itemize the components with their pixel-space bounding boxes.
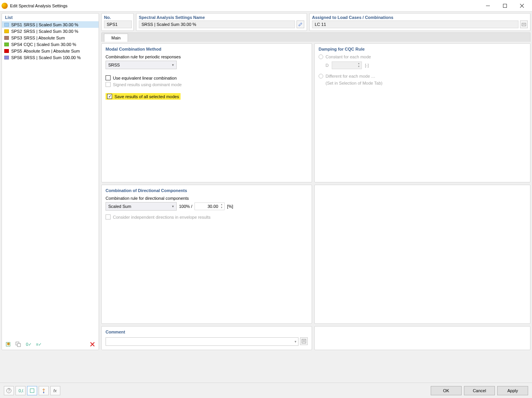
edit-name-button[interactable] bbox=[297, 20, 304, 28]
name-label: Spectral Analysis Settings Name bbox=[139, 14, 304, 20]
constant-label: Constant for each mode bbox=[326, 54, 371, 59]
d-input: ▲▼ bbox=[332, 61, 362, 69]
svg-rect-20 bbox=[30, 389, 34, 393]
damping-title: Damping for CQC Rule bbox=[319, 47, 526, 51]
different-label: Different for each mode … bbox=[326, 74, 375, 78]
list-toolbar: ✱ 0✓ ≡✓ bbox=[2, 339, 99, 350]
no-box: No. SPS1 bbox=[101, 13, 134, 31]
d-unit: [-] bbox=[365, 63, 369, 68]
new-item-button[interactable]: ✱ bbox=[3, 340, 13, 349]
list-item-code: SPS6 bbox=[11, 55, 24, 60]
modal-title: Modal Combination Method bbox=[106, 47, 308, 51]
ok-button[interactable]: OK bbox=[431, 386, 462, 395]
assigned-box: Assigned to Load Cases / Combinations LC… bbox=[309, 13, 530, 31]
name-box: Spectral Analysis Settings Name SRSS | S… bbox=[136, 13, 307, 31]
list-items: SPS1SRSS | Scaled Sum 30.00 %SPS2SRSS | … bbox=[2, 21, 99, 339]
list-item-name: SRSS | Scaled Sum 30.00 % bbox=[24, 29, 78, 34]
view-1-button[interactable] bbox=[27, 386, 37, 395]
comment-input[interactable]: ▾ bbox=[106, 337, 298, 346]
percent-input[interactable]: 30.00 ▲▼ bbox=[194, 202, 225, 210]
list-header: List bbox=[2, 14, 99, 21]
d-label: D bbox=[326, 63, 329, 68]
list-item[interactable]: SPS1SRSS | Scaled Sum 30.00 % bbox=[2, 21, 99, 28]
assigned-label: Assigned to Load Cases / Combinations bbox=[312, 14, 528, 20]
directional-rule-value: Scaled Sum bbox=[108, 204, 131, 209]
svg-rect-1 bbox=[503, 4, 507, 7]
consider-label: Consider independent directions in envel… bbox=[113, 215, 211, 219]
comment-section: Comment ▾ bbox=[101, 326, 312, 350]
tabs: Main bbox=[101, 32, 530, 42]
svg-text:✱: ✱ bbox=[7, 342, 10, 346]
constant-radio bbox=[319, 54, 323, 59]
copy-item-button[interactable] bbox=[14, 340, 23, 349]
damping-section: Damping for CQC Rule Constant for each m… bbox=[314, 43, 530, 182]
list-item-name: SRSS | Absolute Sum bbox=[24, 36, 65, 40]
minimize-button[interactable] bbox=[479, 0, 496, 12]
list-item[interactable]: SPS5Absolute Sum | Absolute Sum bbox=[2, 48, 99, 54]
close-button[interactable] bbox=[513, 0, 530, 12]
svg-text:0,0: 0,0 bbox=[19, 388, 23, 393]
name-input[interactable]: SRSS | Scaled Sum 30.00 % bbox=[139, 20, 295, 28]
list-item[interactable]: SPS4CQC | Scaled Sum 30.00 % bbox=[2, 41, 99, 48]
list-item-name: Absolute Sum | Absolute Sum bbox=[24, 49, 80, 53]
consider-checkbox bbox=[106, 214, 111, 219]
maximize-button[interactable] bbox=[496, 0, 513, 12]
window-title: Edit Spectral Analysis Settings bbox=[10, 3, 479, 8]
eq-linear-label: Use equivalent linear combination bbox=[113, 76, 177, 80]
list-item[interactable]: SPS6SRSS | Scaled Sum 100.00 % bbox=[2, 54, 99, 61]
no-label: No. bbox=[104, 14, 131, 20]
help-button[interactable]: ? bbox=[4, 386, 14, 395]
periodic-rule-label: Combination rule for periodic responses bbox=[106, 54, 308, 59]
svg-rect-14 bbox=[302, 339, 306, 343]
chevron-down-icon: ▾ bbox=[172, 204, 174, 208]
color-swatch bbox=[4, 43, 9, 46]
list-item-code: SPS4 bbox=[11, 42, 24, 47]
save-all-checkbox[interactable] bbox=[107, 94, 112, 99]
color-swatch bbox=[4, 29, 9, 33]
app-icon bbox=[2, 3, 8, 9]
color-swatch bbox=[4, 36, 9, 40]
delete-item-button[interactable] bbox=[88, 340, 97, 349]
directional-title: Combination of Directional Components bbox=[106, 188, 308, 193]
save-all-label: Save results of all selected modes bbox=[114, 94, 179, 99]
comment-edit-button[interactable] bbox=[300, 337, 308, 345]
directional-section: Combination of Directional Components Co… bbox=[101, 185, 312, 324]
apply-button[interactable]: Apply bbox=[497, 386, 528, 395]
list-item[interactable]: SPS3SRSS | Absolute Sum bbox=[2, 34, 99, 41]
list-item[interactable]: SPS2SRSS | Scaled Sum 30.00 % bbox=[2, 28, 99, 34]
footer: ? 0,0 fx OK Cancel Apply bbox=[0, 383, 532, 398]
periodic-rule-value: SRSS bbox=[108, 63, 120, 67]
modal-combination-section: Modal Combination Method Combination rul… bbox=[101, 43, 312, 182]
percent-value: 30.00 bbox=[208, 204, 218, 209]
percent-unit: [%] bbox=[227, 204, 233, 209]
comment-title: Comment bbox=[106, 330, 308, 334]
list-item-code: SPS2 bbox=[11, 29, 24, 34]
svg-text:fx: fx bbox=[53, 388, 57, 393]
list-item-name: SRSS | Scaled Sum 100.00 % bbox=[24, 55, 81, 60]
view-2-button[interactable] bbox=[39, 386, 49, 395]
assigned-input[interactable]: LC 11 bbox=[312, 20, 518, 28]
periodic-rule-select[interactable]: SRSS ▾ bbox=[106, 61, 177, 69]
assigned-browse-button[interactable] bbox=[520, 20, 528, 28]
blank-panel-1 bbox=[314, 185, 530, 324]
signed-label: Signed results using dominant mode bbox=[113, 82, 182, 87]
check-item-button[interactable]: 0✓ bbox=[24, 340, 33, 349]
tab-main[interactable]: Main bbox=[104, 34, 128, 42]
cancel-button[interactable]: Cancel bbox=[464, 386, 495, 395]
directional-rule-select[interactable]: Scaled Sum ▾ bbox=[106, 202, 177, 211]
eq-linear-checkbox[interactable] bbox=[106, 75, 111, 80]
check-all-button[interactable]: ≡✓ bbox=[34, 340, 43, 349]
title-bar: Edit Spectral Analysis Settings bbox=[0, 0, 532, 12]
color-swatch bbox=[4, 23, 9, 27]
directional-rule-label: Combination rule for directional compone… bbox=[106, 196, 308, 201]
chevron-down-icon: ▾ bbox=[172, 63, 174, 67]
units-button[interactable]: 0,0 bbox=[15, 386, 26, 395]
save-all-highlight: Save results of all selected modes bbox=[106, 93, 181, 100]
function-button[interactable]: fx bbox=[50, 386, 60, 395]
svg-text:0✓: 0✓ bbox=[26, 342, 31, 347]
list-item-code: SPS3 bbox=[11, 36, 24, 40]
signed-checkbox bbox=[106, 82, 111, 87]
no-input[interactable]: SPS1 bbox=[104, 20, 132, 28]
list-item-code: SPS5 bbox=[11, 49, 24, 53]
list-item-name: SRSS | Scaled Sum 30.00 % bbox=[24, 22, 78, 27]
